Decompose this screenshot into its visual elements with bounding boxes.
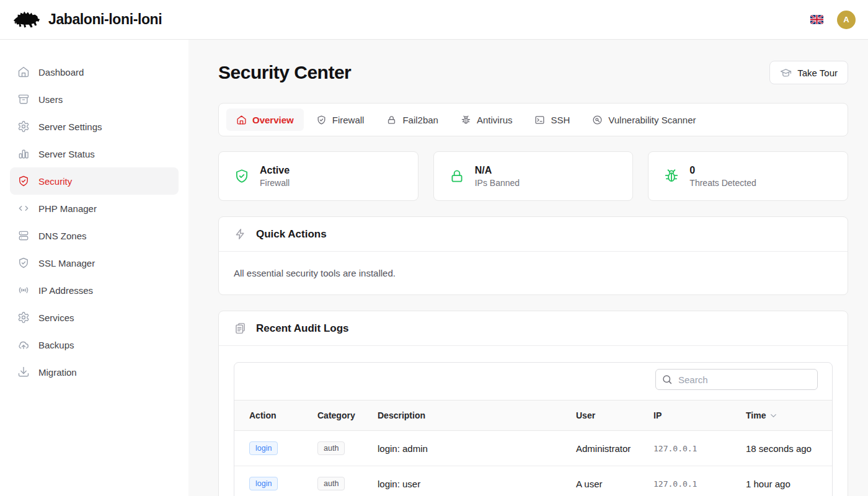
- sidebar-item-ssl-manager[interactable]: SSL Manager: [10, 249, 179, 277]
- category-badge: auth: [317, 477, 345, 490]
- audit-logs-section: Recent Audit Logs Action Category Descri…: [218, 311, 848, 496]
- tab-ssh[interactable]: SSH: [525, 108, 580, 131]
- sidebar-item-label: Dashboard: [38, 67, 84, 78]
- gear-icon: [17, 311, 30, 324]
- stat-value: N/A: [475, 165, 520, 176]
- sidebar-item-label: Security: [38, 176, 72, 187]
- language-flag-icon[interactable]: [810, 15, 823, 24]
- sidebar-item-label: Migration: [38, 367, 77, 378]
- archive-icon: [17, 93, 30, 105]
- tab-label: SSH: [551, 115, 570, 125]
- stat-card-firewall: Active Firewall: [218, 151, 418, 201]
- stat-label: Threats Detected: [689, 178, 756, 188]
- category-badge: auth: [317, 441, 345, 455]
- sidebar-item-label: Server Settings: [38, 122, 102, 132]
- broadcast-icon: [17, 284, 30, 296]
- quick-actions-message: All essential security tools are install…: [234, 268, 833, 278]
- take-tour-button[interactable]: Take Tour: [769, 61, 848, 84]
- cloud-upload-icon: [17, 339, 30, 351]
- home-icon: [17, 66, 30, 78]
- quick-actions-section: Quick Actions All essential security too…: [218, 216, 848, 295]
- stat-value: 0: [689, 165, 756, 176]
- description-cell: login: user: [378, 479, 576, 489]
- bug-icon: [663, 168, 680, 184]
- ip-cell: 127.0.0.1: [653, 444, 746, 453]
- gear-icon: [17, 120, 30, 133]
- stat-label: Firewall: [260, 178, 290, 188]
- boar-logo-icon: [12, 9, 41, 31]
- security-tabs: Overview Firewall Fail2ban Antivirus SSH…: [218, 103, 848, 136]
- sidebar-item-label: Services: [38, 312, 74, 323]
- lock-icon: [449, 168, 465, 184]
- table-row: login auth login: user A user 127.0.0.1 …: [234, 466, 832, 496]
- bug-icon: [461, 115, 471, 125]
- tab-vulnerability-scanner[interactable]: Vulnerability Scanner: [582, 108, 706, 131]
- sidebar-item-label: DNS Zones: [38, 231, 87, 241]
- graduation-cap-icon: [780, 67, 792, 79]
- take-tour-label: Take Tour: [797, 68, 838, 78]
- audit-logs-table-card: Action Category Description User IP Time…: [234, 362, 833, 496]
- user-avatar[interactable]: A: [837, 11, 856, 29]
- shield-check-icon: [17, 175, 30, 187]
- tab-overview[interactable]: Overview: [226, 108, 304, 131]
- stat-value: Active: [260, 165, 290, 176]
- shield-check-icon: [17, 257, 30, 269]
- clipboard-icon: [234, 322, 247, 335]
- section-title: Recent Audit Logs: [256, 322, 349, 335]
- search-circle-icon: [592, 115, 603, 125]
- description-cell: login: admin: [378, 443, 576, 454]
- brand[interactable]: Jabaloni-loni-loni: [12, 9, 162, 31]
- sidebar-item-backups[interactable]: Backups: [10, 331, 179, 358]
- sidebar-item-dns-zones[interactable]: DNS Zones: [10, 222, 179, 249]
- sidebar-item-migration[interactable]: Migration: [10, 358, 179, 386]
- main-content: Security Center Take Tour Overview Firew…: [188, 40, 868, 496]
- sidebar-item-users[interactable]: Users: [10, 86, 179, 113]
- chevron-down-icon: [769, 411, 778, 420]
- column-header-category[interactable]: Category: [317, 410, 378, 420]
- column-header-time[interactable]: Time: [746, 410, 832, 420]
- sidebar-item-server-settings[interactable]: Server Settings: [10, 113, 179, 140]
- column-header-description[interactable]: Description: [378, 410, 576, 420]
- home-icon: [236, 115, 247, 125]
- search-input[interactable]: [655, 369, 818, 390]
- server-icon: [17, 229, 30, 242]
- time-cell: 1 hour ago: [746, 479, 832, 489]
- stat-card-ips-banned: N/A IPs Banned: [433, 151, 634, 201]
- download-icon: [17, 366, 30, 378]
- tab-label: Fail2ban: [402, 115, 438, 125]
- tab-label: Antivirus: [477, 115, 513, 125]
- tab-label: Vulnerability Scanner: [608, 115, 696, 125]
- code-icon: [17, 202, 30, 215]
- action-badge: login: [249, 477, 278, 490]
- sidebar-item-server-status[interactable]: Server Status: [10, 140, 179, 167]
- shield-check-icon: [316, 115, 327, 125]
- sidebar-item-php-manager[interactable]: PHP Manager: [10, 195, 179, 222]
- tab-firewall[interactable]: Firewall: [306, 108, 374, 131]
- sidebar-item-label: Backups: [38, 340, 74, 350]
- sidebar-item-security[interactable]: Security: [10, 167, 179, 195]
- column-header-user[interactable]: User: [576, 410, 653, 420]
- section-title: Quick Actions: [256, 228, 327, 241]
- sidebar: Dashboard Users Server Settings Server S…: [0, 40, 188, 496]
- sidebar-item-label: IP Addresses: [38, 285, 93, 296]
- user-cell: A user: [576, 479, 653, 489]
- sidebar-item-label: Server Status: [38, 149, 95, 159]
- action-badge: login: [249, 441, 278, 455]
- sidebar-item-label: SSL Manager: [38, 258, 95, 268]
- tab-label: Firewall: [332, 115, 365, 125]
- tab-fail2ban[interactable]: Fail2ban: [376, 108, 448, 131]
- sidebar-item-dashboard[interactable]: Dashboard: [10, 58, 179, 86]
- sidebar-item-services[interactable]: Services: [10, 304, 179, 331]
- stat-cards: Active Firewall N/A IPs Banned 0 Threats…: [218, 151, 848, 201]
- tab-antivirus[interactable]: Antivirus: [451, 108, 523, 131]
- table-row: login auth login: admin Administrator 12…: [234, 431, 832, 466]
- column-header-ip[interactable]: IP: [653, 410, 746, 420]
- lightning-icon: [234, 228, 247, 241]
- bar-chart-icon: [17, 148, 30, 160]
- ip-cell: 127.0.0.1: [653, 479, 746, 489]
- terminal-icon: [534, 115, 545, 125]
- column-header-action[interactable]: Action: [249, 410, 317, 420]
- time-cell: 18 seconds ago: [746, 443, 832, 454]
- sidebar-item-label: Users: [38, 94, 63, 105]
- sidebar-item-ip-addresses[interactable]: IP Addresses: [10, 277, 179, 304]
